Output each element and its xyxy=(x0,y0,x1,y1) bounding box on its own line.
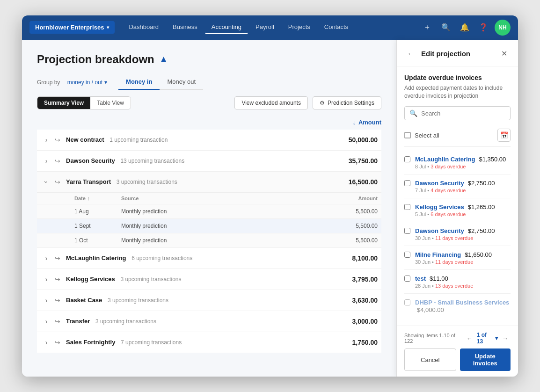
nav-accounting[interactable]: Accounting xyxy=(205,21,248,34)
row-name-text: McLaughlin Catering xyxy=(66,254,126,261)
collapse-button[interactable]: ▲ xyxy=(159,54,168,65)
cancel-button[interactable]: Cancel xyxy=(404,348,456,371)
row-amount: 50,000.00 xyxy=(340,136,378,144)
add-button[interactable]: ＋ xyxy=(420,20,435,35)
panel-back-button[interactable]: ← xyxy=(404,47,417,60)
sub-amount: 5,500.00 xyxy=(340,223,378,229)
sub-date-header[interactable]: Date ↑ xyxy=(74,196,121,201)
invoice-name[interactable]: Kellogg Services xyxy=(415,203,464,211)
pagination-showing: Showing items 1-10 of 122 xyxy=(404,333,464,344)
sub-amount-header: Amount xyxy=(340,196,378,201)
row-name-text: Transfer xyxy=(66,318,90,325)
row-expand-toggle[interactable]: › xyxy=(41,337,52,348)
nav-payroll[interactable]: Payroll xyxy=(249,21,281,34)
next-page-button[interactable]: → xyxy=(500,333,511,344)
page-indicator[interactable]: 1 of 13 ▾ xyxy=(477,332,498,345)
invoice-checkbox[interactable] xyxy=(404,180,410,186)
row-amount: 35,750.00 xyxy=(340,157,378,165)
select-all-label[interactable]: Select all xyxy=(404,132,439,139)
main-panel: Projection breakdown ▲ Group by money in… xyxy=(22,40,396,377)
group-by-select[interactable]: money in / out ▾ xyxy=(67,79,107,86)
row-type-icon: ↪ xyxy=(52,155,63,167)
nav-business[interactable]: Business xyxy=(166,21,204,34)
invoice-item: Milne Financing $1,650.00 30 Jun • 11 da… xyxy=(404,246,511,270)
invoice-meta: 7 Jul • 4 days overdue xyxy=(415,188,511,193)
invoice-name[interactable]: Dawson Security xyxy=(415,180,464,187)
table-row: › ↪ New contract 1 upcoming transaction … xyxy=(37,130,381,151)
invoice-info: DHBP - Small Business Services $4,000.00 xyxy=(415,298,511,313)
sort-asc-icon: ↑ xyxy=(88,196,90,201)
row-sub-text: 7 upcoming transactions xyxy=(121,339,182,346)
select-all-checkbox[interactable] xyxy=(404,132,411,138)
row-type-icon: ↪ xyxy=(52,253,63,264)
invoice-checkbox[interactable] xyxy=(404,276,410,282)
update-invoices-button[interactable]: Update invoices xyxy=(460,348,511,371)
summary-view-button[interactable]: Summary View xyxy=(37,97,90,109)
tab-money-in[interactable]: Money in xyxy=(118,75,160,90)
row-expand-toggle[interactable]: › xyxy=(41,155,52,167)
invoice-info: Dawson Security $2,750.00 7 Jul • 4 days… xyxy=(415,179,511,193)
calendar-button[interactable]: 📅 xyxy=(497,129,511,142)
tab-money-out[interactable]: Money out xyxy=(160,75,203,90)
row-type-icon: ↪ xyxy=(52,316,63,327)
row-expand-toggle[interactable]: › xyxy=(41,316,52,327)
row-collapse-toggle[interactable]: › xyxy=(41,176,52,188)
invoice-item: Dawson Security $2,750.00 7 Jul • 4 days… xyxy=(404,174,511,198)
sub-source-header: Source xyxy=(121,196,340,201)
search-icon: 🔍 xyxy=(409,109,417,117)
sub-date: 1 Aug xyxy=(74,208,121,215)
nav-contacts[interactable]: Contacts xyxy=(318,21,355,34)
view-excluded-button[interactable]: View excluded amounts xyxy=(234,96,308,109)
amount-sort-header[interactable]: ↓ Amount xyxy=(37,117,381,130)
sub-source: Monthly prediction xyxy=(121,237,340,244)
row-type-icon: ↪ xyxy=(52,295,63,306)
invoice-checkbox[interactable] xyxy=(404,204,410,210)
row-expand-toggle[interactable]: › xyxy=(41,274,52,285)
panel-close-button[interactable]: ✕ xyxy=(497,47,511,60)
help-icon[interactable]: ❓ xyxy=(476,20,491,35)
row-expand-toggle[interactable]: › xyxy=(41,253,52,264)
nav-dashboard[interactable]: Dashboard xyxy=(122,21,165,34)
row-amount: 8,100.00 xyxy=(340,254,378,262)
table-row: › ↪ Basket Case 3 upcoming transactions … xyxy=(37,290,381,311)
list-item: 1 Aug Monthly prediction 5,500.00 xyxy=(37,204,381,219)
row-amount: 3,795.00 xyxy=(340,276,378,283)
notification-bell-icon[interactable]: 🔔 xyxy=(457,20,472,35)
invoice-name[interactable]: test xyxy=(415,275,426,282)
invoice-name[interactable]: Milne Financing xyxy=(415,251,461,258)
invoice-checkbox[interactable] xyxy=(404,156,410,162)
invoice-meta: 28 Jun • 13 days overdue xyxy=(415,283,511,289)
invoice-amount: $1,265.00 xyxy=(468,203,495,211)
nav-actions: ＋ 🔍 🔔 ❓ NH xyxy=(420,20,511,36)
row-sub-text: 3 upcoming transactions xyxy=(120,276,181,283)
invoice-item: test $11.00 28 Jun • 13 days overdue xyxy=(404,270,511,294)
invoice-name[interactable]: DHBP - Small Business Services xyxy=(415,299,509,306)
sub-source: Monthly prediction xyxy=(121,208,340,215)
row-expand-toggle[interactable]: › xyxy=(41,295,52,306)
prediction-settings-button[interactable]: ⚙ Prediction Settings xyxy=(313,96,381,109)
invoice-amount: $11.00 xyxy=(430,275,448,282)
table-view-button[interactable]: Table View xyxy=(90,97,131,109)
invoice-checkbox[interactable] xyxy=(404,228,410,234)
user-avatar[interactable]: NH xyxy=(495,20,511,36)
list-item: 1 Sept Monthly prediction 5,500.00 xyxy=(37,219,381,233)
prev-page-button[interactable]: ← xyxy=(464,333,474,344)
invoice-info: Dawson Security $2,750.00 30 Jun • 11 da… xyxy=(415,227,511,241)
sub-amount: 5,500.00 xyxy=(340,208,378,215)
invoice-name[interactable]: Dawson Security xyxy=(415,227,464,234)
table-row: › ↪ Kellogg Services 3 upcoming transact… xyxy=(37,269,381,290)
group-by-label: Group by money in / out ▾ xyxy=(37,79,107,86)
invoice-name[interactable]: McLaughlin Catering xyxy=(415,156,475,163)
row-name-text: Sales Fortnightly xyxy=(66,339,115,346)
view-toggle: Summary View Table View xyxy=(37,96,131,109)
row-sub-text: 6 upcoming transactions xyxy=(131,255,192,261)
brand-logo[interactable]: Hornblower Enterprises ▾ xyxy=(29,21,115,34)
nav-projects[interactable]: Projects xyxy=(282,21,317,34)
invoice-amount: $4,000.00 xyxy=(417,306,444,313)
search-button[interactable]: 🔍 xyxy=(438,20,453,35)
select-all-row: Select all 📅 xyxy=(404,126,511,147)
invoice-checkbox[interactable] xyxy=(404,252,410,258)
invoice-checkbox[interactable] xyxy=(404,299,410,305)
search-input[interactable] xyxy=(421,110,505,117)
row-expand-toggle[interactable]: › xyxy=(41,134,52,145)
